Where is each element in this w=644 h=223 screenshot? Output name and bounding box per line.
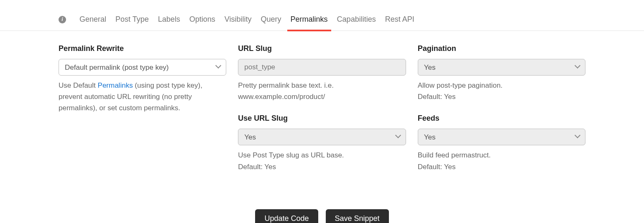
help-feeds-text: Build feed permastruct. [418, 150, 585, 161]
label-url-slug: URL Slug [238, 44, 406, 53]
tab-capabilities[interactable]: Capabilities [336, 8, 377, 31]
help-use-url-slug-text: Use Post Type slug as URL base. [238, 150, 406, 161]
column-2: URL Slug Pretty permalink base text. i.e… [238, 44, 406, 184]
update-code-button[interactable]: Update Code [255, 209, 318, 223]
select-pagination[interactable]: Yes [418, 59, 585, 76]
select-wrap-pagination: Yes [418, 59, 585, 76]
select-wrap-feeds: Yes [418, 129, 585, 145]
field-pagination: Pagination Yes Allow post-type paginatio… [418, 44, 585, 102]
help-feeds: Build feed permastruct. Default: Yes [418, 150, 585, 172]
tab-general[interactable]: General [79, 8, 107, 31]
action-bar: Update Code Save Snippet [0, 209, 644, 223]
select-permalink-rewrite[interactable]: Default permalink (post type key) [59, 59, 226, 76]
column-1: Permalink Rewrite Default permalink (pos… [59, 44, 226, 184]
field-use-url-slug: Use URL Slug Yes Use Post Type slug as U… [238, 114, 406, 172]
select-wrap-use-url-slug: Yes [238, 129, 406, 145]
label-use-url-slug: Use URL Slug [238, 114, 406, 123]
permalinks-link[interactable]: Permalinks [98, 81, 133, 89]
select-feeds[interactable]: Yes [418, 129, 585, 145]
save-snippet-button[interactable]: Save Snippet [326, 209, 389, 223]
field-url-slug: URL Slug Pretty permalink base text. i.e… [238, 44, 406, 102]
select-wrap-permalink-rewrite: Default permalink (post type key) [59, 59, 226, 76]
label-permalink-rewrite: Permalink Rewrite [59, 44, 226, 53]
settings-content: Permalink Rewrite Default permalink (pos… [0, 44, 644, 184]
help-feeds-default: Default: Yes [418, 161, 585, 172]
tab-labels[interactable]: Labels [157, 8, 181, 31]
tab-options[interactable]: Options [189, 8, 216, 31]
help-pagination: Allow post-type pagination. Default: Yes [418, 80, 585, 102]
help-text-pre: Use Default [59, 81, 98, 89]
help-url-slug: Pretty permalink base text. i.e. www.exa… [238, 80, 406, 102]
tab-rest-api[interactable]: Rest API [384, 8, 415, 31]
help-use-url-slug-default: Default: Yes [238, 161, 406, 172]
input-url-slug[interactable] [238, 59, 406, 76]
help-permalink-rewrite: Use Default Permalinks (using post type … [59, 80, 226, 114]
column-3: Pagination Yes Allow post-type paginatio… [418, 44, 585, 184]
label-feeds: Feeds [418, 114, 585, 123]
tab-query[interactable]: Query [260, 8, 282, 31]
field-feeds: Feeds Yes Build feed permastruct. Defaul… [418, 114, 585, 172]
select-use-url-slug[interactable]: Yes [238, 129, 406, 145]
label-pagination: Pagination [418, 44, 585, 53]
tab-permalinks[interactable]: Permalinks [290, 8, 329, 31]
tab-post-type[interactable]: Post Type [115, 8, 150, 31]
help-pagination-default: Default: Yes [418, 91, 585, 102]
tab-bar: i General Post Type Labels Options Visib… [0, 8, 644, 31]
info-icon[interactable]: i [59, 16, 66, 23]
field-permalink-rewrite: Permalink Rewrite Default permalink (pos… [59, 44, 226, 114]
help-use-url-slug: Use Post Type slug as URL base. Default:… [238, 150, 406, 172]
help-pagination-text: Allow post-type pagination. [418, 80, 585, 91]
tab-visibility[interactable]: Visibility [224, 8, 253, 31]
